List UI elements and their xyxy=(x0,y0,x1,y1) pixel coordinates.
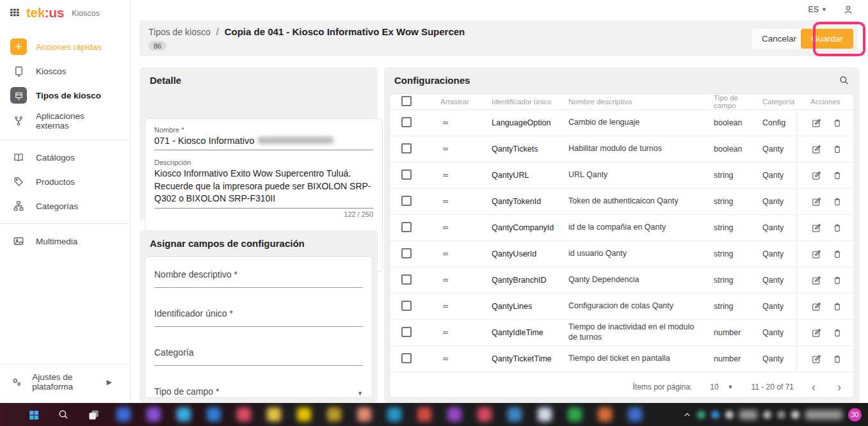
taskbar-app-icon[interactable] xyxy=(326,407,342,422)
edit-icon[interactable] xyxy=(811,354,822,365)
row-checkbox[interactable] xyxy=(401,196,412,206)
delete-icon[interactable] xyxy=(832,196,842,207)
row-checkbox[interactable] xyxy=(401,248,412,258)
category-input[interactable]: Categoría xyxy=(154,347,363,366)
taskbar-app-icon[interactable] xyxy=(597,407,613,422)
delete-icon[interactable] xyxy=(832,275,842,285)
taskbar-app-icon[interactable] xyxy=(447,407,462,422)
tray-language-indicator[interactable] xyxy=(739,410,757,420)
delete-icon[interactable] xyxy=(832,301,842,312)
row-checkbox[interactable] xyxy=(401,170,412,180)
tray-app-icon[interactable] xyxy=(697,411,705,419)
drag-handle-icon[interactable] xyxy=(428,249,479,259)
edit-icon[interactable] xyxy=(811,144,822,155)
edit-icon[interactable] xyxy=(811,275,822,286)
row-checkbox[interactable] xyxy=(401,353,412,363)
task-view-icon[interactable] xyxy=(86,407,101,422)
sidebar-item-catalogos[interactable]: Catálogos xyxy=(0,145,130,170)
taskbar-app-icon[interactable] xyxy=(417,407,432,422)
taskbar-app-icon[interactable] xyxy=(176,407,191,422)
drag-handle-icon[interactable] xyxy=(428,170,479,180)
delete-icon[interactable] xyxy=(832,249,842,259)
taskbar-app-icon[interactable] xyxy=(537,407,552,422)
tray-system-icon[interactable] xyxy=(791,411,800,419)
edit-icon[interactable] xyxy=(811,249,822,260)
taskbar-app-icon[interactable] xyxy=(477,407,492,422)
tray-chevron-up-icon[interactable] xyxy=(683,411,691,419)
cancel-button[interactable]: Cancelar xyxy=(751,29,807,49)
search-icon[interactable] xyxy=(839,75,849,86)
notification-count-badge[interactable]: 30 xyxy=(848,408,862,422)
drag-handle-icon[interactable] xyxy=(428,118,479,128)
delete-icon[interactable] xyxy=(832,144,842,154)
next-page-button[interactable]: › xyxy=(837,381,841,393)
descriptive-name-input[interactable]: Nombre descriptivo * xyxy=(154,269,363,288)
sidebar-item-acciones-rapidas[interactable]: + Acciones rápidas xyxy=(0,35,130,59)
unique-identifier-input[interactable]: Identificador único * xyxy=(154,308,363,327)
drag-handle-icon[interactable] xyxy=(428,327,479,338)
row-checkbox[interactable] xyxy=(401,117,412,127)
taskbar-app-icon[interactable] xyxy=(116,407,131,422)
name-field-input[interactable]: 071 - Kiosco Informativo xyxy=(154,136,373,150)
save-button[interactable]: Guardar xyxy=(801,29,853,49)
edit-icon[interactable] xyxy=(811,301,822,312)
taskbar-app-icon[interactable] xyxy=(146,407,161,422)
drag-handle-icon[interactable] xyxy=(428,144,479,154)
sidebar-item-aplicaciones-externas[interactable]: Aplicaciones externas xyxy=(0,107,130,134)
row-checkbox[interactable] xyxy=(401,143,412,154)
drag-handle-icon[interactable] xyxy=(428,223,479,233)
edit-icon[interactable] xyxy=(811,327,822,338)
taskbar-app-icon[interactable] xyxy=(507,407,522,422)
edit-icon[interactable] xyxy=(811,170,822,181)
taskbar-app-icon[interactable] xyxy=(357,407,372,422)
language-selector[interactable]: ES ▼ xyxy=(808,5,827,14)
taskbar-app-icon[interactable] xyxy=(387,407,402,422)
user-account-icon[interactable] xyxy=(842,4,854,15)
edit-icon[interactable] xyxy=(811,118,822,129)
previous-page-button[interactable]: ‹ xyxy=(812,381,816,393)
taskbar-app-icon[interactable] xyxy=(627,407,643,422)
description-field-input[interactable]: Kiosco Informativo Exito Wow Supercentro… xyxy=(154,168,373,209)
delete-icon[interactable] xyxy=(832,170,842,180)
select-all-checkbox[interactable] xyxy=(401,96,412,106)
row-checkbox[interactable] xyxy=(401,274,412,285)
edit-icon[interactable] xyxy=(811,196,822,207)
row-descriptive-name: id de la compañia en Qanty xyxy=(556,223,702,233)
sidebar-item-ajustes-plataforma[interactable]: Ajustes de plataforma ▶ xyxy=(0,368,130,395)
drag-handle-icon[interactable] xyxy=(428,275,479,285)
drag-handle-icon[interactable] xyxy=(428,301,479,312)
taskbar-app-icon[interactable] xyxy=(296,407,312,422)
sidebar-item-multimedia[interactable]: Multimedia xyxy=(0,229,130,253)
tray-app-icon[interactable] xyxy=(725,411,734,419)
row-checkbox[interactable] xyxy=(401,327,412,337)
tray-app-icon[interactable] xyxy=(711,411,719,419)
delete-icon[interactable] xyxy=(832,118,842,128)
tray-system-icon[interactable] xyxy=(763,411,771,419)
edit-icon[interactable] xyxy=(811,223,822,233)
drag-handle-icon[interactable] xyxy=(428,196,479,207)
row-checkbox[interactable] xyxy=(401,301,412,311)
sidebar-item-productos[interactable]: Productos xyxy=(0,170,130,194)
app-grid-icon[interactable] xyxy=(9,7,20,18)
delete-icon[interactable] xyxy=(832,354,842,364)
tray-system-icon[interactable] xyxy=(777,411,785,419)
breadcrumb-parent-link[interactable]: Tipos de kiosco xyxy=(149,27,211,37)
delete-icon[interactable] xyxy=(832,223,842,233)
delete-icon[interactable] xyxy=(832,327,842,338)
sidebar-item-tipos-de-kiosco[interactable]: Tipos de kiosco xyxy=(0,83,130,107)
drag-handle-icon[interactable] xyxy=(428,354,479,364)
taskbar-app-icon[interactable] xyxy=(236,407,252,422)
taskbar-app-icon[interactable] xyxy=(206,407,221,422)
taskbar-apps xyxy=(0,407,657,422)
tray-clock[interactable] xyxy=(805,410,842,420)
taskbar-search-icon[interactable] xyxy=(56,407,71,422)
field-type-select[interactable]: Tipo de campo * ▼ xyxy=(154,386,363,398)
row-identifier: QantyBranchID xyxy=(479,276,556,285)
row-checkbox[interactable] xyxy=(401,222,412,232)
items-per-page-select[interactable]: 10 ▼ xyxy=(710,383,733,391)
taskbar-app-icon[interactable] xyxy=(567,407,583,422)
taskbar-app-icon[interactable] xyxy=(266,407,282,422)
sidebar-item-kioscos[interactable]: Kioscos xyxy=(0,59,130,83)
sidebar-item-categorias[interactable]: Categorías xyxy=(0,194,130,218)
start-button-icon[interactable] xyxy=(26,407,41,422)
